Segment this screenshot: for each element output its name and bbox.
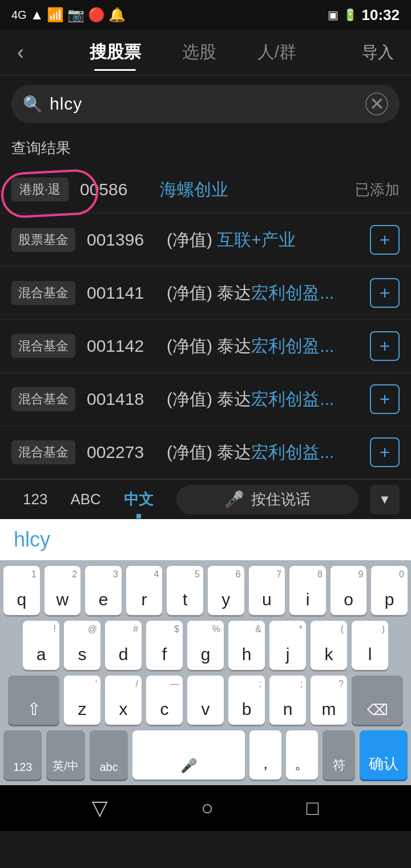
key-l[interactable]: )l [352,621,388,670]
dropdown-icon: ▼ [378,492,391,507]
tag-stock-fund-1: 股票基金 [11,228,75,252]
keyboard-abc-button[interactable]: ABC [59,485,112,514]
keyboard-dropdown-button[interactable]: ▼ [370,485,400,515]
key-v[interactable]: v [187,676,224,725]
key-h[interactable]: &h [228,621,265,670]
key-z[interactable]: 'z [64,676,100,725]
key-lang-toggle[interactable]: 英/中 [46,730,84,779]
keyboard-toolbar-wrapper: 123 ABC 中文 🎤 按住说话 ▼ [0,479,411,519]
key-a[interactable]: !a [23,621,59,670]
key-u[interactable]: 7u [249,566,285,615]
key-f[interactable]: $f [146,621,183,670]
home-gesture-button[interactable]: ○ [201,796,213,820]
key-d[interactable]: #d [105,621,142,670]
tag-mixed-fund-5: 混合基金 [11,440,75,464]
key-space[interactable]: 🎤 [132,730,245,779]
clear-icon: ✕ [369,93,385,115]
search-input-wrap[interactable]: 🔍 hlcy ✕ [11,85,400,123]
add-button-4[interactable]: + [370,384,400,414]
add-button-2[interactable]: + [370,278,400,308]
key-w[interactable]: 2w [45,566,81,615]
nav-bar: ‹ 搜股票 选股 人/群 导入 [0,30,411,75]
key-m[interactable]: ?m [311,676,347,725]
tab-select-stock[interactable]: 选股 [173,35,225,70]
key-comma[interactable]: ， [249,730,281,779]
result-item-1[interactable]: 股票基金 001396 (净值) 互联+产业 + [0,214,411,267]
search-clear-button[interactable]: ✕ [365,93,388,115]
wifi-icon: 📶 [47,7,64,23]
key-e[interactable]: 3e [85,566,122,615]
tag-mixed-fund-3: 混合基金 [11,334,75,358]
stock-name-1: (净值) 互联+产业 [167,228,370,252]
key-confirm[interactable]: 确认 [360,730,408,779]
key-p[interactable]: 0p [371,566,408,615]
stock-name-2: (净值) 泰达宏利创盈... [167,282,370,305]
stock-code-3: 001142 [87,336,155,356]
battery-level: 🔋 [343,8,357,22]
key-shift[interactable]: ⇧ [8,676,59,725]
recents-gesture-button[interactable]: □ [307,796,319,820]
key-y[interactable]: 6y [208,566,244,615]
tag-mixed-fund-4: 混合基金 [11,387,75,411]
stock-name-5: (净值) 泰达宏利创益... [167,441,370,464]
microphone-icon: 🎤 [224,490,244,509]
result-item-3[interactable]: 混合基金 001142 (净值) 泰达宏利创盈... + [0,320,411,373]
key-q[interactable]: 1q [3,566,40,615]
key-s[interactable]: @s [64,621,100,670]
nav-tabs: 搜股票 选股 人/群 [30,35,356,70]
key-backspace[interactable]: ⌫ [352,676,403,725]
key-abc-toggle[interactable]: abc [90,730,128,779]
tab-people-group[interactable]: 人/群 [248,35,305,70]
back-button[interactable]: ‹ [11,35,30,70]
active-dot [136,514,141,519]
key-r[interactable]: 4r [126,566,163,615]
add-button-3[interactable]: + [370,331,400,361]
keyboard-toolbar: 123 ABC 中文 🎤 按住说话 ▼ [0,479,411,519]
search-input[interactable]: hlcy [50,94,365,114]
keyboard-row-4: 123 英/中 abc 🎤 ， 。 符 确认 [3,730,408,785]
voice-button[interactable]: 🎤 按住说话 [176,485,358,515]
key-b[interactable]: ;b [228,676,265,725]
keyboard-num-button[interactable]: 123 [11,485,59,514]
search-bar: 🔍 hlcy ✕ [0,75,411,132]
stock-code-2: 001141 [87,283,155,303]
back-icon: ‹ [17,41,24,64]
search-icon: 🔍 [23,95,43,114]
key-k[interactable]: (k [311,621,347,670]
stock-name-4: (净值) 泰达宏利创益... [167,388,370,411]
battery-icon: ▣ [328,8,339,22]
key-symbols[interactable]: 符 [323,730,354,779]
key-period[interactable]: 。 [286,730,318,779]
stock-name-0: 海螺创业 [160,178,355,202]
stock-code-0: 00586 [80,180,148,199]
ime-text[interactable]: hlcy [14,528,50,552]
back-gesture-button[interactable]: ▽ [92,796,108,820]
home-area: ▽ ○ □ [0,785,411,831]
key-o[interactable]: 9o [331,566,367,615]
key-j[interactable]: *j [269,621,306,670]
keyboard-chinese-button[interactable]: 中文 [112,484,165,515]
key-n[interactable]: ;n [269,676,306,725]
import-button[interactable]: 导入 [356,36,400,69]
key-c[interactable]: —c [146,676,183,725]
result-item-0[interactable]: 港股·退 00586 海螺创业 已添加 [0,166,411,214]
result-item-2[interactable]: 混合基金 001141 (净值) 泰达宏利创盈... + [0,267,411,320]
added-label-0: 已添加 [355,180,400,200]
tag-hkstock-delisted: 港股·退 [11,178,68,202]
network-icon: 4G [11,9,27,22]
key-g[interactable]: %g [187,621,224,670]
stock-code-1: 001396 [87,230,155,250]
add-button-5[interactable]: + [370,437,400,467]
tab-search-stock[interactable]: 搜股票 [80,35,150,70]
app-icon-2: 🔴 [88,7,105,23]
key-t[interactable]: 5t [167,566,203,615]
key-i[interactable]: 8i [289,566,326,615]
key-x[interactable]: /x [105,676,142,725]
key-num-toggle[interactable]: 123 [3,730,42,779]
stock-code-4: 001418 [87,389,155,409]
status-bar: 4G ▲ 📶 📷 🔴 🔔 ▣ 🔋 10:32 [0,0,411,30]
result-item-5[interactable]: 混合基金 002273 (净值) 泰达宏利创益... + [0,426,411,479]
result-item-4[interactable]: 混合基金 001418 (净值) 泰达宏利创益... + [0,373,411,426]
add-button-1[interactable]: + [370,225,400,255]
keyboard-row-1: 1q 2w 3e 4r 5t 6y 7u 8i 9o 0p [3,566,408,615]
